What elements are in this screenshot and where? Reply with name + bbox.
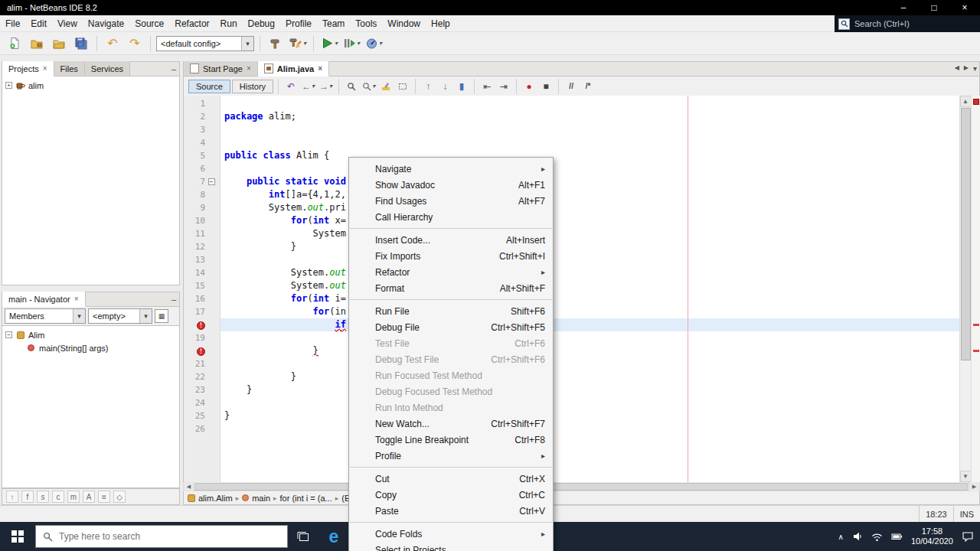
close-tab-icon[interactable]: × <box>247 64 251 73</box>
breadcrumb-item-for-int-i-a[interactable]: for (int i = (a... <box>280 494 332 503</box>
taskbar-search-input[interactable] <box>59 531 280 542</box>
build-project-icon[interactable] <box>266 34 286 53</box>
expand-icon[interactable]: + <box>5 82 12 89</box>
uncomment-icon[interactable]: /* <box>580 79 596 94</box>
menu-profile[interactable]: Profile <box>280 16 317 31</box>
sort-alpha-icon[interactable]: A <box>83 491 95 503</box>
vertical-scrollbar[interactable]: ▲ ▼ <box>959 96 971 482</box>
edge-browser-icon[interactable]: e <box>318 522 349 551</box>
find-next-occurrence-icon[interactable]: ▾ <box>361 79 377 94</box>
tab-list-icon[interactable]: ▾ <box>973 64 977 73</box>
scroll-left-icon[interactable]: ◀ <box>184 482 194 491</box>
tab-projects[interactable]: Projects× <box>2 61 54 77</box>
tab-alim-java[interactable]: Alim.java× <box>258 61 329 77</box>
shift-line-left-icon[interactable]: ⇤ <box>479 79 495 94</box>
tab-files[interactable]: Files <box>54 61 85 76</box>
menu-file[interactable]: File <box>0 16 25 31</box>
scrollbar-thumb[interactable] <box>961 108 971 360</box>
source-view-button[interactable]: Source <box>188 80 230 93</box>
menu-item-navigate[interactable]: Navigate▸ <box>349 161 553 177</box>
maximize-window-icon[interactable]: □ <box>919 0 949 15</box>
toggle-bookmark-icon[interactable]: ▮ <box>454 79 469 94</box>
menu-item-find-usages[interactable]: Find UsagesAlt+F7 <box>349 193 553 209</box>
scrollbar-thumb[interactable] <box>195 483 968 491</box>
open-project-icon[interactable] <box>49 34 69 53</box>
select-rectangular-icon[interactable] <box>395 79 410 94</box>
tab-main-navigator[interactable]: main - Navigator× <box>2 292 86 307</box>
close-tab-icon[interactable]: × <box>318 64 322 73</box>
code-line[interactable] <box>220 97 959 110</box>
menu-item-insert-code[interactable]: Insert Code...Alt+Insert <box>349 232 553 248</box>
editor-gutter[interactable]: 1234567−891011121314151617!19!2122232425… <box>184 96 220 482</box>
show-inherited-icon[interactable]: ↑ <box>6 491 18 503</box>
menu-tools[interactable]: Tools <box>350 16 382 31</box>
menu-item-debug-file[interactable]: Debug FileCtrl+Shift+F5 <box>349 319 553 335</box>
redo-icon[interactable]: ↷ <box>125 34 145 53</box>
menu-view[interactable]: View <box>52 16 83 31</box>
grid-view-icon[interactable]: ▦ <box>155 309 168 323</box>
code-line[interactable]: System.out <box>220 266 959 279</box>
next-bookmark-icon[interactable]: ↓ <box>437 79 452 94</box>
members-combobox[interactable]: Members ▾ <box>5 308 86 324</box>
tab-services[interactable]: Services <box>85 61 130 76</box>
task-view-button[interactable] <box>288 522 318 551</box>
scroll-right-icon[interactable]: ▶ <box>969 482 979 491</box>
scroll-down-icon[interactable]: ▼ <box>960 471 972 482</box>
show-static-icon[interactable]: s <box>37 491 49 503</box>
menu-item-fix-imports[interactable]: Fix ImportsCtrl+Shift+I <box>349 248 553 264</box>
menu-item-select-in-projects[interactable]: Select in Projects <box>349 542 553 551</box>
code-line[interactable]: public static void <box>220 175 959 188</box>
comment-icon[interactable]: // <box>564 79 579 94</box>
code-line[interactable]: for(int x= <box>220 214 959 227</box>
code-line[interactable]: for(in <box>220 305 959 318</box>
start-macro-recording-icon[interactable]: ● <box>521 79 537 94</box>
error-icon[interactable]: ! <box>197 321 205 330</box>
collapse-icon[interactable]: − <box>5 331 12 338</box>
code-line[interactable] <box>220 331 959 344</box>
fold-collapse-icon[interactable]: − <box>208 178 215 185</box>
battery-icon[interactable] <box>891 532 903 541</box>
menu-debug[interactable]: Debug <box>243 16 280 31</box>
tab-scroll-right-icon[interactable]: ▶ <box>964 64 969 73</box>
config-combobox[interactable]: <default config> ▾ <box>156 36 254 51</box>
error-stripe-mark[interactable] <box>973 324 979 326</box>
menu-item-cut[interactable]: CutCtrl+X <box>349 471 553 487</box>
tab-start-page[interactable]: Start Page× <box>184 61 258 76</box>
menu-item-new-watch[interactable]: New Watch...Ctrl+Shift+F7 <box>349 416 553 432</box>
code-line[interactable] <box>220 357 959 370</box>
menu-item-copy[interactable]: CopyCtrl+C <box>349 487 553 503</box>
code-line[interactable] <box>220 253 959 266</box>
code-line[interactable] <box>220 136 959 149</box>
code-line[interactable] <box>220 396 959 409</box>
breadcrumb-item-alim-alim[interactable]: alim.Alim <box>188 494 233 503</box>
code-line[interactable]: System.out <box>220 279 959 292</box>
breadcrumb-item-main[interactable]: main <box>242 494 270 503</box>
tab-scroll-left-icon[interactable]: ◀ <box>955 64 959 73</box>
menu-item-run-file[interactable]: Run FileShift+F6 <box>349 303 553 319</box>
menu-help[interactable]: Help <box>426 16 456 31</box>
profile-project-icon[interactable]: ▾ <box>364 34 384 53</box>
code-line[interactable]: for(int i= <box>220 292 959 305</box>
minimize-window-icon[interactable]: – <box>888 0 919 15</box>
code-line[interactable]: } <box>220 240 959 253</box>
menu-item-toggle-line-breakpoint[interactable]: Toggle Line BreakpointCtrl+F8 <box>349 432 553 448</box>
scroll-up-icon[interactable]: ▲ <box>960 96 972 107</box>
code-line[interactable]: } <box>220 370 959 383</box>
run-project-icon[interactable]: ▾ <box>319 34 339 53</box>
show-methods-icon[interactable]: m <box>67 491 80 503</box>
close-window-icon[interactable]: × <box>949 0 980 15</box>
tree-node-alim[interactable]: −Alim <box>2 328 179 341</box>
previous-bookmark-icon[interactable]: ↑ <box>420 79 436 94</box>
close-tab-icon[interactable]: × <box>43 64 47 73</box>
menu-item-call-hierarchy[interactable]: Call Hierarchy <box>349 209 553 225</box>
horizontal-splitter[interactable] <box>2 285 180 292</box>
taskbar-search[interactable] <box>35 525 288 548</box>
undo-icon[interactable]: ↶ <box>103 34 122 53</box>
show-fields-icon[interactable]: f <box>21 491 34 503</box>
code-line[interactable] <box>220 123 959 136</box>
error-stripe-mark[interactable] <box>973 350 979 352</box>
new-project-icon[interactable] <box>27 34 47 53</box>
menu-item-code-folds[interactable]: Code Folds▸ <box>349 526 553 542</box>
tree-node-main-string-args[interactable]: main(String[] args) <box>2 341 179 354</box>
code-line[interactable]: } <box>220 409 959 422</box>
